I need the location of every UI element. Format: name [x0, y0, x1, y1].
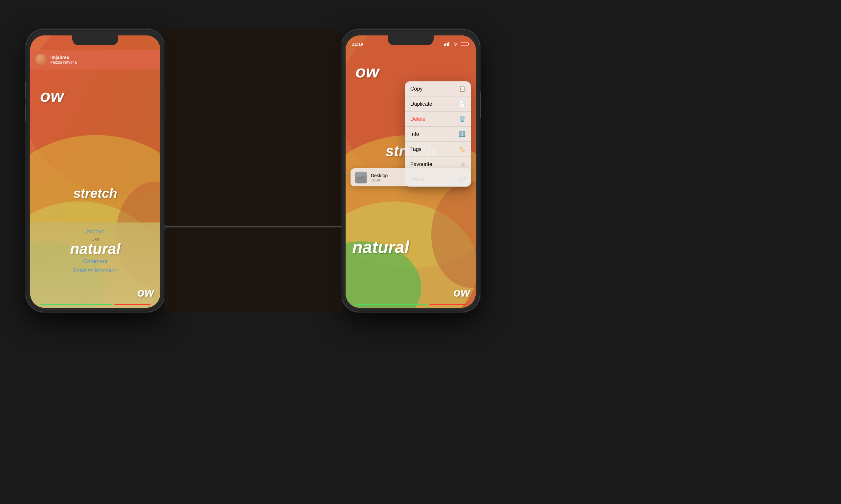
info-icon: ℹ️: [459, 131, 465, 137]
photo-ow-label: ow: [40, 86, 64, 106]
menu-delete-label: Delete: [410, 116, 425, 122]
menu-item-info[interactable]: Info ℹ️: [405, 127, 471, 142]
favourite-icon: ☆: [461, 161, 465, 167]
ow-bottom-label: ow: [137, 286, 154, 300]
svg-rect-19: [445, 43, 446, 46]
progress-red-right: [429, 304, 466, 305]
notch-left: [72, 35, 118, 45]
svg-point-22: [455, 45, 456, 46]
battery-icon: [461, 42, 469, 46]
status-icons: [444, 42, 469, 46]
folder-icon: [355, 172, 367, 183]
cable: [165, 227, 342, 228]
natural-label: natural: [30, 240, 160, 257]
tags-icon: 🏷️: [459, 146, 465, 152]
app-content-left: lmjabreu Piazza Navona: [30, 35, 160, 308]
menu-duplicate-label: Duplicate: [410, 101, 432, 107]
phone2-ow-top-label: ow: [356, 62, 379, 82]
svg-rect-25: [462, 43, 467, 45]
notch-right: [388, 35, 434, 45]
duplicate-icon: 📄: [459, 101, 465, 107]
menu-item-tags[interactable]: Tags 🏷️: [405, 142, 471, 157]
folder-arrow-icon: ›: [464, 175, 466, 180]
post-info: lmjabreu Piazza Navona: [50, 55, 77, 65]
folder-item[interactable]: Desktop 16:38 · ›: [350, 168, 471, 186]
power-button-right[interactable]: [480, 92, 481, 118]
delete-icon: 🗑️: [459, 116, 465, 122]
menu-info-label: Info: [410, 131, 419, 137]
svg-rect-18: [444, 44, 445, 46]
progress-green: [40, 304, 113, 305]
phone-right: 21:19: [342, 30, 480, 312]
folder-name: Desktop: [371, 173, 464, 178]
menu-copy-label: Copy: [410, 86, 423, 92]
svg-rect-20: [447, 43, 448, 46]
svg-rect-24: [468, 43, 469, 45]
archive-button[interactable]: Archive: [30, 222, 160, 235]
status-time: 21:19: [352, 42, 363, 47]
signal-icon: [444, 42, 450, 46]
menu-item-delete[interactable]: Delete 🗑️: [405, 111, 471, 127]
send-button[interactable]: Send as Message: [30, 267, 160, 274]
progress-bar: [40, 304, 151, 305]
menu-favourite-label: Favourite: [410, 161, 432, 167]
post-username: lmjabreu: [50, 55, 77, 60]
menu-tags-label: Tags: [410, 146, 422, 152]
volume-down-button[interactable]: [25, 105, 26, 121]
svg-rect-21: [448, 42, 449, 46]
middle-background: [164, 30, 342, 312]
post-location: Piazza Navona: [50, 60, 77, 65]
app-content-right: 21:19: [346, 35, 476, 308]
menu-item-duplicate[interactable]: Duplicate 📄: [405, 96, 471, 111]
phone-left: lmjabreu Piazza Navona: [26, 30, 164, 312]
copy-icon: 📋: [459, 86, 465, 92]
phone2-natural-label: natural: [352, 237, 409, 257]
comment-button[interactable]: Comment: [30, 258, 160, 265]
progress-bar-right: [356, 304, 466, 305]
folder-info: Desktop 16:38 ·: [371, 173, 464, 182]
post-header: lmjabreu Piazza Navona: [30, 50, 160, 70]
avatar: [35, 54, 47, 66]
progress-green-right: [356, 304, 428, 305]
phone-left-screen: lmjabreu Piazza Navona: [30, 35, 160, 308]
volume-up-button[interactable]: [25, 82, 26, 98]
progress-red: [114, 304, 151, 305]
menu-item-copy[interactable]: Copy 📋: [405, 82, 471, 96]
wifi-icon: [453, 42, 458, 46]
phone-right-screen: 21:19: [346, 35, 476, 308]
folder-date: 16:38 ·: [371, 178, 464, 182]
photo-stretch-label: stretch: [73, 186, 117, 201]
phone2-ow-bottom-label: ow: [453, 286, 470, 300]
